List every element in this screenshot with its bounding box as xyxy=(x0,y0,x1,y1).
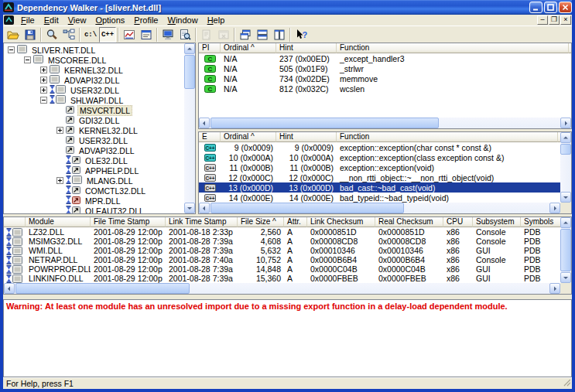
scroll-up-button[interactable] xyxy=(560,132,571,143)
scroll-down-button[interactable] xyxy=(560,192,571,203)
menu-view[interactable]: View xyxy=(63,15,91,25)
column-header-function[interactable]: Function xyxy=(337,43,569,53)
column-header-function[interactable]: Function xyxy=(337,132,558,142)
scroll-left-button[interactable] xyxy=(199,118,210,128)
menu-edit[interactable]: Edit xyxy=(39,15,63,25)
table-row[interactable]: C++9 (0x0009)9 (0x0009)exception::except… xyxy=(199,142,560,152)
expand-plus-icon[interactable] xyxy=(40,76,50,85)
scroll-thumb[interactable] xyxy=(560,229,571,271)
expand-plus-icon[interactable] xyxy=(40,66,50,75)
module-list-horizontal-scrollbar[interactable] xyxy=(4,283,560,294)
context-help-button[interactable]: ? xyxy=(293,27,310,43)
table-row[interactable]: NETRAP.DLL2001-08-29 12:00p2001-08-28 7:… xyxy=(4,255,560,264)
column-header-ordinal-[interactable]: Ordinal ^ xyxy=(221,43,276,53)
column-header-pi[interactable]: PI xyxy=(199,43,221,53)
table-row[interactable]: WMI.DLL2001-08-29 12:00p2001-08-28 7:39a… xyxy=(4,246,560,255)
scroll-thumb[interactable] xyxy=(15,283,190,294)
tree-item-apphelp-dll[interactable]: APPHELP.DLL xyxy=(4,165,184,176)
tree-item-comctl32-dll[interactable]: COMCTL32.DLL xyxy=(4,186,184,196)
tree-item-advapi32-dll[interactable]: ADVAPI32.DLL xyxy=(4,145,184,155)
tree-item-ole32-dll[interactable]: OLE32.DLL xyxy=(4,155,184,165)
scroll-up-button[interactable] xyxy=(560,217,571,228)
tree-item-oleaut32-dll[interactable]: OLEAUT32.DLL xyxy=(4,206,184,213)
save-button[interactable] xyxy=(22,27,39,43)
column-header-cpu[interactable]: CPU xyxy=(443,217,473,227)
module-list-vertical-scrollbar[interactable] xyxy=(560,217,571,283)
menu-profile[interactable]: Profile xyxy=(129,15,163,25)
parent-imports-horizontal-scrollbar[interactable] xyxy=(199,118,571,128)
table-row[interactable]: C++14 (0x000E)14 (0x000E)bad_typeid::~ba… xyxy=(199,193,560,203)
scroll-down-button[interactable] xyxy=(560,272,571,283)
tile-horizontal-button[interactable] xyxy=(254,27,271,43)
table-row[interactable]: C++11 (0x000B)11 (0x000B)exception::exce… xyxy=(199,162,560,172)
scroll-thumb[interactable] xyxy=(210,118,439,128)
tree-item-user32-dll[interactable]: USER32.DLL xyxy=(4,135,184,145)
tile-vertical-button[interactable] xyxy=(271,27,288,43)
column-header-link-time-stamp[interactable]: Link Time Stamp xyxy=(166,217,238,227)
tree-item-mpr-dll[interactable]: MPR.DLL xyxy=(4,196,184,206)
profile-button[interactable] xyxy=(121,27,138,43)
cascade-windows-button[interactable] xyxy=(237,27,254,43)
search-files-button[interactable] xyxy=(43,27,60,43)
tree-vertical-scrollbar[interactable] xyxy=(184,43,195,213)
column-header-symbols[interactable]: Symbols xyxy=(521,217,560,227)
tree-item-user32-dll[interactable]: USER32.DLL xyxy=(4,85,184,95)
column-header-real-checksum[interactable]: Real Checksum xyxy=(375,217,443,227)
expand-plus-icon[interactable] xyxy=(40,86,50,95)
close-button[interactable] xyxy=(559,2,572,13)
tree-item-msvcrt-dll[interactable]: MSVCRT.DLL xyxy=(4,105,184,115)
column-header-subsystem[interactable]: Subsystem xyxy=(473,217,521,227)
column-header-icon[interactable] xyxy=(4,217,26,227)
table-row[interactable]: MSIMG32.DLL2001-08-29 12:00p2001-08-28 7… xyxy=(4,237,560,246)
scroll-right-button[interactable] xyxy=(560,118,571,128)
column-header-ordinal-[interactable]: Ordinal ^ xyxy=(221,132,276,142)
column-header-hint[interactable]: Hint xyxy=(276,132,337,142)
view-module-button[interactable] xyxy=(176,27,193,43)
tree-item-gdi32-dll[interactable]: GDI32.DLL xyxy=(4,115,184,125)
tree-item-kernel32-dll[interactable]: KERNEL32.DLL xyxy=(4,125,184,135)
table-row[interactable]: CN/A505 (0x01F9)_strlwr xyxy=(199,63,571,73)
tree-item-mscoree-dll[interactable]: MSCOREE.DLL xyxy=(4,55,184,65)
exports-vertical-scrollbar[interactable] xyxy=(560,132,571,203)
column-header-link-checksum[interactable]: Link Checksum xyxy=(307,217,375,227)
collapse-minus-icon[interactable] xyxy=(24,56,33,65)
scroll-down-button[interactable] xyxy=(184,203,195,213)
column-header-file-size-[interactable]: File Size ^ xyxy=(238,217,284,227)
mdi-close-button[interactable]: × xyxy=(560,15,571,25)
collapse-minus-icon[interactable] xyxy=(8,46,17,55)
tree-item-sliver-net-dll[interactable]: SLIVER.NET.DLL xyxy=(4,45,184,55)
minimize-button[interactable] xyxy=(529,2,542,13)
undecorate-cpp-button[interactable]: C++ xyxy=(99,27,116,43)
scroll-left-button[interactable] xyxy=(199,203,210,213)
scroll-thumb[interactable] xyxy=(210,203,404,213)
column-header-e[interactable]: E xyxy=(199,132,221,142)
mdi-restore-button[interactable]: ❐ xyxy=(549,15,560,25)
tree-item-kernel32-dll[interactable]: KERNEL32.DLL xyxy=(4,65,184,75)
expand-all-button[interactable] xyxy=(60,27,77,43)
table-row[interactable]: CN/A237 (0x00ED)_except_handler3 xyxy=(199,53,571,63)
column-header-hint[interactable]: Hint xyxy=(276,43,337,53)
scroll-thumb[interactable] xyxy=(560,144,571,155)
mdi-minimize-button[interactable]: – xyxy=(537,15,548,25)
system-info-button[interactable] xyxy=(159,27,176,43)
tree-item-shlwapi-dll[interactable]: SHLWAPI.DLL xyxy=(4,95,184,105)
expand-plus-icon[interactable] xyxy=(56,126,66,135)
tree-item-advapi32-dll[interactable]: ADVAPI32.DLL xyxy=(4,75,184,85)
table-row[interactable]: POWRPROF.DLL2001-08-29 12:00p2001-08-28 … xyxy=(4,264,560,274)
resize-grip[interactable] xyxy=(562,377,572,388)
collapse-minus-icon[interactable] xyxy=(40,96,50,105)
expand-plus-icon[interactable] xyxy=(56,176,66,186)
table-row[interactable]: CN/A812 (0x032C)wcslen xyxy=(199,84,571,94)
table-row[interactable]: CN/A734 (0x02DE)memmove xyxy=(199,73,571,84)
properties-button[interactable] xyxy=(138,27,155,43)
column-header-module[interactable]: Module xyxy=(26,217,91,227)
table-row[interactable]: LINKINFO.DLL2001-08-29 12:00p2001-08-28 … xyxy=(4,274,560,283)
scroll-up-button[interactable] xyxy=(184,43,195,54)
table-row[interactable]: LZ32.DLL2001-08-29 12:00p2001-08-18 2:33… xyxy=(4,227,560,237)
table-row[interactable]: C++12 (0x000C)12 (0x000C)__non_rtti_obje… xyxy=(199,172,560,182)
menu-file[interactable]: File xyxy=(16,15,39,25)
maximize-button[interactable] xyxy=(544,2,557,13)
table-row[interactable]: C++13 (0x000D)13 (0x000D)bad_cast::~bad_… xyxy=(199,182,560,193)
menu-window[interactable]: Window xyxy=(163,15,202,25)
menu-options[interactable]: Options xyxy=(91,15,129,25)
